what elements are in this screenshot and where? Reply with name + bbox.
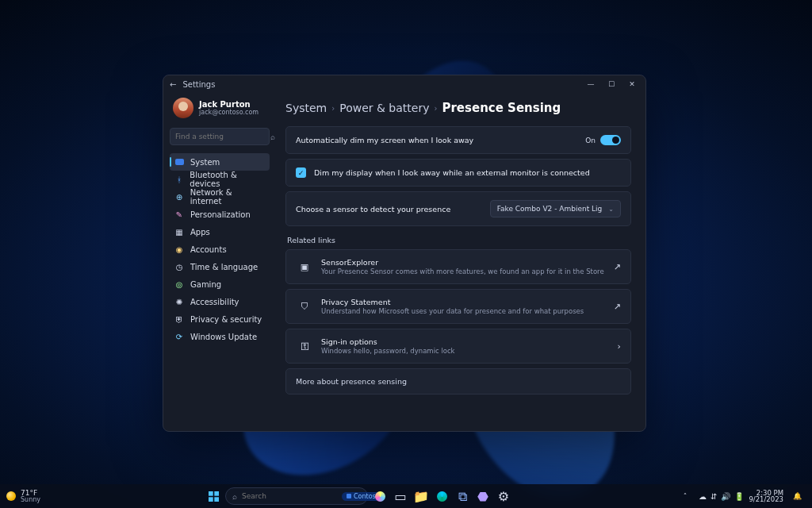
sidebar-item-privacy[interactable]: ⛨Privacy & security [170, 310, 270, 328]
taskbar-app-settings[interactable]: ⚙ [495, 487, 512, 505]
crumb-power[interactable]: Power & battery [339, 102, 429, 114]
sidebar-item-accessibility[interactable]: ✺Accessibility [170, 293, 270, 310]
sidebar-item-apps[interactable]: ▦Apps [170, 223, 270, 241]
task-view-icon: ▭ [394, 489, 406, 504]
more-about-presence[interactable]: More about presence sensing [285, 368, 631, 394]
taskbar-search-input[interactable] [242, 492, 337, 500]
sidebar-item-time[interactable]: ◷Time & language [170, 258, 270, 275]
link-title: Sign-in options [321, 337, 610, 346]
notifications-button[interactable]: 🔔 [788, 487, 806, 505]
checkbox-checked-icon[interactable]: ✓ [296, 167, 306, 178]
toggle-switch-icon [600, 135, 621, 145]
sidebar-item-label: Time & language [190, 263, 258, 271]
setting-auto-dim: Automatically dim my screen when I look … [285, 126, 631, 154]
tray-overflow[interactable]: ˄ [676, 487, 694, 505]
related-sensor-explorer[interactable]: ▣ SensorExplorer Your Presence Sensor co… [285, 249, 631, 284]
setting-label: Automatically dim my screen when I look … [296, 136, 577, 144]
edge-icon [437, 491, 447, 502]
maximize-button[interactable]: ☐ [604, 77, 619, 91]
battery-icon: 🔋 [734, 492, 744, 501]
sidebar: Jack Purton jack@contoso.com ⌕ System ᚼB… [163, 93, 274, 431]
sidebar-item-network[interactable]: ⊕Network & internet [170, 188, 270, 206]
titlebar: ← Settings — ☐ ✕ [163, 75, 645, 93]
task-view-button[interactable]: ▭ [392, 487, 409, 505]
copilot-icon [375, 491, 385, 502]
chevron-right-icon: › [331, 104, 335, 113]
windows-logo-icon [209, 491, 219, 502]
sidebar-item-label: Gaming [190, 280, 221, 289]
taskbar-app-teams[interactable]: ⬣ [474, 487, 492, 505]
taskbar-clock[interactable]: 2:30 PM 9/21/2023 [749, 490, 783, 503]
taskbar-weather[interactable]: 71°F Sunny [6, 490, 40, 503]
shield-icon: ⛉ [296, 298, 313, 315]
copilot-button[interactable] [371, 487, 389, 505]
clock-date: 9/21/2023 [749, 496, 783, 503]
sidebar-item-accounts[interactable]: ◉Accounts [170, 241, 270, 258]
sidebar-nav: System ᚼBluetooth & devices ⊕Network & i… [170, 153, 270, 345]
weather-desc: Sunny [21, 497, 40, 503]
svg-rect-1 [214, 491, 219, 496]
settings-search[interactable]: ⌕ [170, 128, 270, 145]
open-external-icon: ↗ [614, 302, 621, 312]
taskbar-app-explorer[interactable]: 📁 [412, 487, 430, 505]
related-privacy-statement[interactable]: ⛉ Privacy Statement Understand how Micro… [285, 289, 631, 324]
start-button[interactable] [205, 487, 222, 505]
breadcrumb: System › Power & battery › Presence Sens… [285, 101, 631, 115]
sensor-select[interactable]: Fake Combo V2 - Ambient Lig ⌄ [490, 200, 621, 217]
clock-icon: ◷ [174, 262, 184, 271]
sidebar-item-label: Network & internet [190, 188, 265, 206]
search-icon: ⌕ [232, 492, 237, 501]
back-button[interactable]: ← [170, 80, 176, 89]
sidebar-item-update[interactable]: ⟳Windows Update [170, 328, 270, 345]
close-button[interactable]: ✕ [625, 77, 639, 91]
setting-choose-sensor: Choose a sensor to detect your presence … [285, 191, 631, 226]
settings-search-input[interactable] [175, 133, 270, 140]
minimize-button[interactable]: — [584, 77, 598, 91]
sidebar-item-system[interactable]: System [170, 153, 270, 171]
teams-icon: ⬣ [477, 489, 488, 504]
link-title: SensorExplorer [321, 258, 606, 267]
system-icon [175, 159, 184, 165]
link-subtitle: Your Presence Sensor comes with more fea… [321, 267, 606, 275]
crumb-system[interactable]: System [285, 102, 327, 114]
taskbar-app-edge[interactable] [433, 487, 450, 505]
apps-icon: ▦ [174, 227, 184, 237]
related-signin-options[interactable]: ⚿ Sign-in options Windows hello, passwor… [285, 329, 631, 364]
wifi-icon: ⇵ [710, 492, 717, 501]
toggle-state: On [585, 137, 596, 144]
weather-sunny-icon [6, 491, 16, 501]
sidebar-item-label: Apps [190, 228, 210, 237]
update-icon: ⟳ [174, 332, 184, 341]
chevron-right-icon: › [434, 104, 437, 113]
chevron-right-icon: › [618, 341, 621, 352]
volume-icon: 🔊 [721, 492, 730, 501]
link-subtitle: Understand how Microsoft uses your data … [321, 307, 606, 315]
brush-icon: ✎ [174, 210, 184, 219]
key-icon: ⚿ [296, 337, 313, 355]
user-name: Jack Purton [199, 100, 259, 109]
taskbar-app-store[interactable]: ⧉ [454, 487, 471, 505]
sidebar-item-label: Privacy & security [190, 315, 262, 324]
accessibility-icon: ✺ [174, 297, 184, 306]
profile[interactable]: Jack Purton jack@contoso.com [170, 96, 270, 125]
link-title: Privacy Statement [321, 298, 606, 306]
setting-dim-external[interactable]: ✓ Dim my display when I look away while … [285, 159, 631, 187]
sidebar-item-personalization[interactable]: ✎Personalization [170, 206, 270, 223]
sidebar-item-label: System [190, 158, 220, 167]
gear-icon: ⚙ [498, 489, 509, 504]
sidebar-item-label: Bluetooth & devices [190, 171, 265, 188]
auto-dim-toggle[interactable]: On [585, 135, 621, 145]
store-icon: ⧉ [458, 489, 467, 504]
person-icon: ◉ [174, 244, 184, 254]
chevron-up-icon: ˄ [684, 492, 688, 500]
system-tray[interactable]: ☁ ⇵ 🔊 🔋 [699, 492, 744, 501]
select-value: Fake Combo V2 - Ambient Lig [497, 205, 603, 213]
taskbar-search[interactable]: ⌕ Contoso [225, 487, 368, 505]
crumb-current: Presence Sensing [442, 101, 561, 115]
sidebar-item-gaming[interactable]: ◎Gaming [170, 275, 270, 293]
bell-icon: 🔔 [793, 492, 802, 500]
onedrive-icon: ☁ [699, 492, 707, 501]
setting-label: Dim my display when I look away while an… [314, 168, 621, 177]
sidebar-item-bluetooth[interactable]: ᚼBluetooth & devices [170, 171, 270, 188]
sidebar-item-label: Windows Update [190, 333, 257, 341]
